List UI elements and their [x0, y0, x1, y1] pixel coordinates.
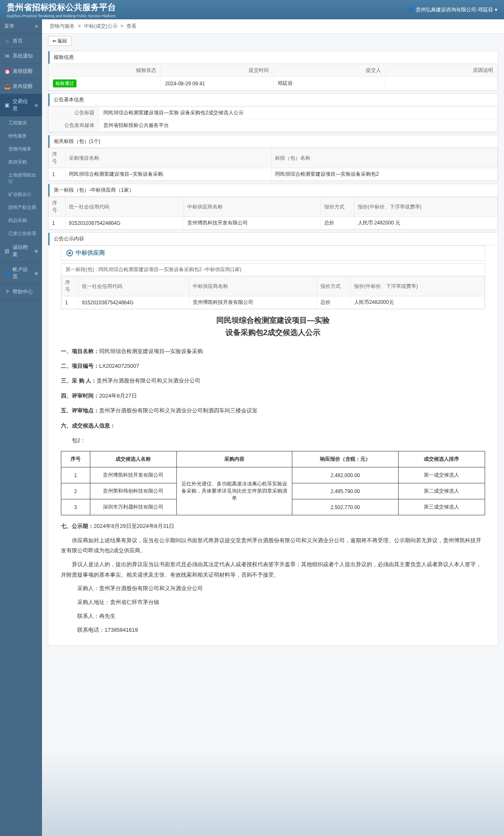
verify-title: 核验信息 — [48, 51, 498, 64]
expand-icon: ⊖ — [34, 103, 38, 108]
table-row: 191520103675424864G贵州博凯科技开发有限公司总价人民币 248… — [49, 217, 498, 229]
submenu-special[interactable]: 特色服务 — [0, 129, 42, 142]
back-button[interactable]: ⇐ 返回 — [48, 36, 71, 46]
table-row: 1贵州博凯科技开发有限公司近红外光谱仪、多功能高速冷冻离心机等实验设备采购，具体… — [61, 467, 485, 483]
dropdown-icon: ▾ — [495, 7, 497, 13]
submenu-land[interactable]: 土地使用权出让 — [0, 169, 42, 188]
sidebar: 菜单 ≡ ⌂首页 ✉系统通知 ⏰逾期提醒 📤发布提醒 ▣交易信息⊖ 工程建设 特… — [0, 19, 42, 836]
list-icon: ▣ — [4, 102, 10, 108]
header-title: 贵州省招标投标公共服务平台 — [7, 2, 116, 13]
menu-credit[interactable]: ▤诚信档案⊕ — [0, 240, 42, 262]
submenu-processed[interactable]: 已发公告处理 — [0, 227, 42, 240]
menu-home[interactable]: ⌂首页 — [0, 34, 42, 49]
announcement-title: 同民坝综合检测室建设项目—实验 设备采购包2成交候选人公示 — [61, 309, 485, 344]
submenu-state[interactable]: 国有产权交易 — [0, 201, 42, 214]
clock-icon: ⏰ — [4, 69, 10, 74]
menu-toggle-icon[interactable]: ≡ — [35, 24, 38, 29]
home-icon: ⌂ — [4, 38, 10, 44]
status-badge: 核验通过 — [53, 79, 76, 87]
send-icon: 📤 — [4, 84, 10, 90]
app-header: 贵州省招标投标公共服务平台 GuiZhou Province Tendering… — [0, 0, 504, 19]
help-icon: ? — [4, 289, 10, 295]
table-row: 191520103675424864G贵州博凯科技开发有限公司总价人民币2482… — [62, 296, 485, 309]
menu-overdue[interactable]: ⏰逾期提醒 — [0, 64, 42, 79]
supplier-section: 第一标段（包）-中标供应商（1家） 序号统一社会信用代码中标供应商名称报价方式报… — [48, 184, 498, 230]
breadcrumb: 货物与服务 > 中标(成交)公示 > 查看 — [42, 19, 504, 34]
header-title-en: GuiZhou Province Tendering and Bidding P… — [7, 14, 116, 18]
submenu-mining[interactable]: 矿业权出让 — [0, 188, 42, 201]
target-icon — [66, 250, 73, 256]
submenu-construction[interactable]: 工程建设 — [0, 116, 42, 129]
bell-icon: ✉ — [4, 53, 10, 59]
candidate-table: 序号 成交候选人名称 采购内容 响应报价（含税：元） 成交候选人排序 1贵州博凯… — [61, 451, 485, 515]
menu-account[interactable]: 👤帐户设置⊕ — [0, 262, 42, 285]
expand-icon: ⊕ — [34, 271, 38, 276]
sidebar-header: 菜单 ≡ — [0, 19, 42, 34]
table-row: 1同民坝综合检测室建设项目--实验设备采购同民坝综合检测室建设项目—实验设备采购… — [49, 168, 498, 181]
submenu-drug[interactable]: 药品采购 — [0, 214, 42, 227]
main-content: 货物与服务 > 中标(成交)公示 > 查看 ⇐ 返回 核验信息 核验状态 提交时… — [42, 19, 504, 836]
user-icon: 👤 — [4, 270, 10, 276]
header-user[interactable]: 👤 贵州弘典建设咨询有限公司-邓廷容 ▾ — [408, 6, 497, 13]
basic-section: 公告基本信息 公告标题同民坝综合检测室建设项目—实验 设备采购包2成交候选人公示… — [48, 93, 498, 132]
submenu-gov[interactable]: 政府采购 — [0, 156, 42, 169]
user-icon: 👤 — [408, 7, 414, 13]
expand-icon: ⊕ — [34, 249, 38, 253]
menu-trade[interactable]: ▣交易信息⊖ — [0, 94, 42, 116]
content-section: 公告公示内容 中标供应商 第一标段(包) : 同民坝综合检测室建设项目—实验设备… — [48, 232, 498, 646]
menu-notify[interactable]: ✉系统通知 — [0, 49, 42, 64]
related-section: 相关标段（包）(1个) 序号采购项目名称标段（包）名称 1同民坝综合检测室建设项… — [48, 135, 498, 181]
verify-section: 核验信息 核验状态 提交时间 提交人 原因说明 核验通过 2024-08-29 … — [48, 51, 498, 91]
menu-publish[interactable]: 📤发布提醒 — [0, 79, 42, 94]
bidder-title: 中标供应商 — [61, 245, 485, 261]
submenu-goods[interactable]: 货物与服务 — [0, 142, 42, 156]
menu-help[interactable]: ?帮助中心 — [0, 285, 42, 300]
file-icon: ▤ — [4, 248, 10, 254]
